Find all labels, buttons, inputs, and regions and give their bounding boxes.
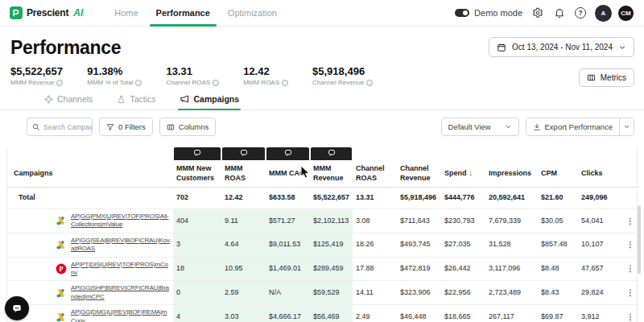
cell: 3.08 [353, 209, 397, 233]
kpi-label: MMM ROAS [243, 79, 279, 86]
settings-gear-icon[interactable] [531, 6, 544, 19]
cell: 9.11 [221, 209, 266, 233]
table-header-row: Campaigns MMM New Customers MMM ROAS MMM… [7, 160, 638, 188]
total-cell: $5,918,496 [397, 188, 441, 209]
table-row: AP|GG|PMX|U|REV|TOF|PROS|All-Collections… [7, 209, 638, 233]
search-campaigns-box[interactable] [27, 118, 93, 136]
demo-mode-toggle[interactable] [455, 9, 469, 17]
col-mmm-cac[interactable]: MMM CAC [266, 160, 310, 188]
cell: $30.05 [538, 209, 578, 233]
col-spend[interactable]: Spend↓ [441, 160, 485, 188]
table-row: AP|GG|SEA|B|REV|BOF|CRAU|Kova|tROAS 3 4.… [7, 233, 638, 257]
col-channel-roas[interactable]: Channel ROAS [353, 160, 397, 188]
filters-button[interactable]: 0 Filters [99, 118, 153, 136]
columns-button[interactable]: Columns [159, 118, 217, 136]
nav-performance[interactable]: Performance [147, 0, 219, 27]
chat-widget[interactable] [5, 296, 29, 320]
tab-channels[interactable]: Channels [44, 94, 93, 109]
search-input[interactable] [43, 123, 92, 131]
cell: 18.26 [353, 233, 397, 257]
cell: $27,035 [441, 233, 485, 257]
row-menu-icon[interactable]: ⋮ [626, 240, 634, 249]
kpi-value: $5,522,657 [10, 65, 63, 77]
cell: $69.87 [538, 305, 578, 322]
row-menu-icon[interactable]: ⋮ [626, 264, 634, 273]
page-header: Performance Oct 13, 2024 - Nov 11, 2024 [0, 27, 644, 59]
campaign-link[interactable]: AP|GG|PMX|U|REV|TOF|PROS|All-Collections… [71, 213, 170, 229]
col-cpm[interactable]: CPM [538, 160, 578, 188]
nav-optimization[interactable]: Optimization [219, 0, 286, 27]
notifications-bell-icon[interactable] [553, 6, 566, 19]
table-row: AP|GG|SHP|B|REV|CRF|CRAU|Branded|mCPC 0 … [7, 281, 638, 305]
col-impressions[interactable]: Impressions [485, 160, 538, 188]
info-icon[interactable]: i [135, 80, 142, 86]
col-mmm-roas[interactable]: MMM ROAS [221, 160, 266, 188]
total-cell: 12.42 [221, 188, 266, 209]
google-ads-icon [56, 215, 67, 226]
brand-name: Prescient [27, 7, 68, 19]
info-icon[interactable]: i [56, 80, 63, 86]
download-icon [533, 123, 541, 131]
campaign-link[interactable]: AP|PT|DIS|U|REV|TOF|PROS|mConv [71, 261, 170, 278]
avatar-a[interactable]: A [595, 5, 612, 22]
info-icon[interactable]: i [282, 80, 288, 86]
date-range-picker[interactable]: Oct 13, 2024 - Nov 11, 2024 [489, 37, 634, 57]
metrics-button[interactable]: Metrics [579, 68, 634, 87]
columns-icon [167, 123, 175, 131]
col-clicks[interactable]: Clicks [578, 160, 622, 188]
cell: 14.11 [353, 281, 397, 305]
export-performance-button[interactable]: Export Performance [526, 118, 619, 135]
col-mmm-revenue[interactable]: MMM Revenue [310, 160, 353, 188]
chat-bubble-icon [11, 303, 23, 314]
info-icon[interactable]: i [366, 80, 373, 86]
cell: $56,469 [310, 305, 353, 322]
campaign-link[interactable]: AP|GG|SEA|B|REV|BOF|CRAU|Kova|tROAS [71, 237, 170, 254]
campaign-link[interactable]: AP|GG|SHP|B|REV|CRF|CRAU|Branded|mCPC [71, 284, 170, 301]
cell: 54,041 [578, 209, 622, 233]
cell: $46,448 [397, 305, 441, 322]
cell: $26,442 [441, 257, 485, 281]
row-menu-icon[interactable]: ⋮ [626, 312, 634, 321]
col-channel-revenue[interactable]: Channel Revenue [397, 160, 441, 188]
cell: 17.88 [353, 257, 397, 281]
total-cell: $21.60 [538, 188, 578, 209]
svg-text:P: P [60, 266, 64, 273]
tab-bar: Channels Tactics Campaigns [0, 94, 644, 110]
row-menu-icon[interactable]: ⋮ [626, 288, 634, 297]
toolbar-right: Default View Export Performance [441, 118, 634, 136]
cell: $8.48 [538, 257, 578, 281]
cell: 3.03 [221, 305, 266, 322]
mmm-header-bands [7, 147, 638, 160]
cell: $4,666.17 [266, 305, 310, 322]
cell: 29,824 [578, 281, 622, 305]
nav-home[interactable]: Home [105, 0, 147, 27]
tab-tactics[interactable]: Tactics [117, 94, 155, 109]
kpi-mmm-roas: 12.42 MMM ROASi [243, 65, 288, 86]
cell: $9,011.53 [266, 233, 310, 257]
info-icon[interactable]: i [213, 80, 219, 86]
export-options-chevron[interactable] [619, 118, 634, 135]
view-select[interactable]: Default View [441, 118, 519, 136]
prescient-logo[interactable]: PrescientAI [10, 6, 83, 19]
kpi-channel-revenue: $5,918,496 Channel Revenuei [312, 65, 373, 86]
tab-campaigns[interactable]: Campaigns [180, 94, 239, 109]
avatar-cm[interactable]: CM [617, 5, 634, 22]
cell: $711,643 [397, 209, 441, 233]
vertical-scrollbar[interactable] [638, 205, 641, 274]
search-icon [32, 123, 40, 131]
cell: 0 [173, 281, 221, 305]
campaign-link[interactable]: AP|GG|DMG|U|REV|BOF|REMA|mConv [71, 308, 170, 322]
table-row: P AP|PT|DIS|U|REV|TOF|PROS|mConv 18 10.9… [7, 257, 638, 281]
row-menu-icon[interactable]: ⋮ [626, 217, 634, 225]
kpi-value: 12.42 [243, 65, 288, 77]
cell: 31,528 [485, 233, 538, 257]
col-mmm-new-customers[interactable]: MMM New Customers [173, 160, 221, 188]
help-icon[interactable]: ? [575, 7, 586, 19]
col-campaigns[interactable]: Campaigns [7, 160, 173, 188]
cell: 47,657 [578, 257, 622, 281]
chevron-down-icon [505, 123, 512, 130]
demo-mode-label: Demo mode [474, 8, 522, 18]
kpi-label: Channel Revenue [312, 79, 364, 86]
cell: 3 [173, 233, 221, 257]
campaigns-table: Campaigns MMM New Customers MMM ROAS MMM… [6, 147, 638, 322]
